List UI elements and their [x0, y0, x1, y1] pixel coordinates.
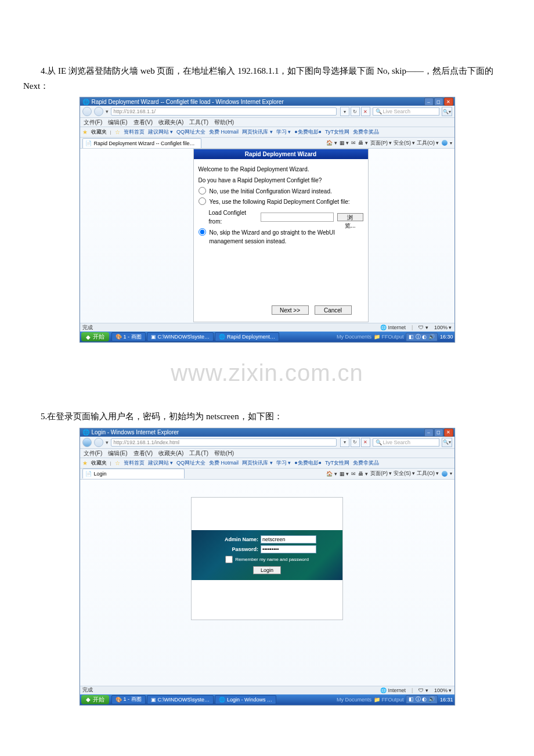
favorites-star-icon[interactable]: ★: [82, 460, 88, 466]
search-box[interactable]: 🔍 Live Search: [373, 107, 439, 116]
dropdown-icon[interactable]: ▾: [106, 440, 109, 445]
start-button[interactable]: ◆ 开始: [81, 695, 109, 704]
fav-item-4[interactable]: 网页快讯库 ▾: [242, 128, 273, 136]
fav-item-3[interactable]: 免费 Hotmail: [209, 459, 239, 467]
page-menu[interactable]: 页面(P) ▾ 安全(S) ▾ 工具(O) ▾: [370, 139, 439, 147]
fav-item-3[interactable]: 免费 Hotmail: [209, 128, 239, 136]
menu-file[interactable]: 文件(F): [84, 449, 103, 457]
browser-tab[interactable]: 📄 Rapid Deployment Wizard -- Configlet f…: [82, 138, 201, 148]
task-cmd[interactable]: ▣C:\WINDOWS\syste…: [147, 695, 214, 704]
remember-checkbox[interactable]: [225, 556, 233, 563]
address-bar[interactable]: http://192.168.1.1/: [111, 107, 337, 116]
refresh-button[interactable]: ↻: [351, 438, 360, 447]
menu-favorites[interactable]: 收藏夹(A): [158, 118, 183, 126]
fav-add-icon[interactable]: ☆: [115, 129, 120, 135]
fav-item-2[interactable]: QQ网址大全: [176, 128, 205, 136]
feeds-icon[interactable]: ▦ ▾: [340, 471, 349, 477]
task-ie[interactable]: 🌐Rapid Deployment…: [215, 332, 279, 341]
go-dropdown[interactable]: ▾: [340, 107, 349, 116]
back-button[interactable]: [82, 438, 92, 447]
minimize-button[interactable]: –: [424, 429, 434, 437]
maximize-button[interactable]: ◻: [434, 429, 443, 437]
fav-item-8[interactable]: 免费拿奖品: [353, 128, 379, 136]
fav-item-5[interactable]: 学习 ▾: [276, 459, 291, 467]
help-icon[interactable]: [442, 140, 448, 146]
command-bar: 🏠 ▾ ▦ ▾ ✉ 🖶 ▾ 页面(P) ▾ 安全(S) ▾ 工具(O) ▾ ▾: [326, 139, 452, 147]
home-icon[interactable]: 🏠 ▾: [326, 471, 337, 477]
dropdown-icon[interactable]: ▾: [106, 109, 109, 114]
zoom-level[interactable]: 100% ▾: [434, 325, 452, 330]
print-icon[interactable]: 🖶 ▾: [358, 140, 368, 146]
task-paint[interactable]: 🎨1 - 画图: [111, 332, 146, 341]
configlet-path-input[interactable]: [261, 213, 334, 222]
fav-item-7[interactable]: TyT女性网: [325, 459, 349, 467]
feeds-icon[interactable]: ▦ ▾: [340, 140, 349, 146]
stop-button[interactable]: ✕: [361, 438, 370, 447]
menu-view[interactable]: 查看(V): [134, 449, 153, 457]
menu-tools[interactable]: 工具(T): [189, 449, 208, 457]
ffoutput-link[interactable]: 📁 FFOutput: [374, 334, 404, 340]
browser-tab[interactable]: 📄 Login: [82, 469, 185, 478]
password-input[interactable]: [261, 545, 316, 553]
fav-item-8[interactable]: 免费拿奖品: [353, 459, 379, 467]
search-go-button[interactable]: 🔍▾: [442, 107, 452, 116]
admin-name-input[interactable]: [261, 535, 316, 543]
task-ie[interactable]: 🌐Login - Windows …: [215, 695, 276, 704]
ffoutput-link[interactable]: 📁 FFOutput: [374, 697, 404, 703]
search-go-button[interactable]: 🔍▾: [442, 438, 452, 447]
close-button[interactable]: ✕: [444, 98, 453, 106]
menu-edit[interactable]: 编辑(E): [108, 449, 127, 457]
option-no-iwc[interactable]: [199, 187, 206, 195]
fav-item-6[interactable]: ●免费电影●: [294, 128, 322, 136]
help-icon[interactable]: [442, 471, 448, 477]
go-dropdown[interactable]: ▾: [340, 438, 349, 447]
fav-item-0[interactable]: 资料首页: [124, 459, 145, 467]
mail-icon[interactable]: ✉: [351, 140, 356, 146]
forward-button[interactable]: [94, 107, 103, 116]
print-icon[interactable]: 🖶 ▾: [358, 471, 368, 477]
menu-favorites[interactable]: 收藏夹(A): [158, 449, 183, 457]
fav-item-4[interactable]: 网页快讯库 ▾: [242, 459, 273, 467]
fav-item-7[interactable]: TyT女性网: [325, 128, 349, 136]
zoom-level[interactable]: 100% ▾: [434, 687, 452, 693]
menu-edit[interactable]: 编辑(E): [108, 118, 127, 126]
stop-button[interactable]: ✕: [361, 107, 370, 116]
option-no-skip[interactable]: [199, 228, 206, 236]
fav-item-1[interactable]: 建议网站 ▾: [148, 459, 174, 467]
next-button[interactable]: Next >>: [272, 305, 309, 315]
home-icon[interactable]: 🏠 ▾: [326, 140, 337, 146]
maximize-button[interactable]: ◻: [434, 98, 443, 106]
fav-item-6[interactable]: ●免费电影●: [294, 459, 322, 467]
mydocuments-link[interactable]: My Documents: [337, 334, 371, 340]
menu-help[interactable]: 帮助(H): [214, 118, 234, 126]
tray-icons[interactable]: ◧ ⓘ ◐ 🔊: [406, 333, 438, 341]
task-cmd[interactable]: ▣C:\WINDOWS\syste…: [147, 332, 214, 341]
search-box[interactable]: 🔍 Live Search: [373, 438, 439, 447]
task-paint[interactable]: 🎨1 - 画图: [111, 695, 146, 704]
browse-button[interactable]: 浏览...: [337, 213, 363, 221]
close-button[interactable]: ✕: [444, 429, 453, 437]
menu-file[interactable]: 文件(F): [84, 118, 103, 126]
fav-item-1[interactable]: 建议网站 ▾: [148, 128, 174, 136]
page-menu[interactable]: 页面(P) ▾ 安全(S) ▾ 工具(O) ▾: [370, 470, 439, 477]
cancel-button[interactable]: Cancel: [315, 305, 352, 315]
minimize-button[interactable]: –: [424, 98, 434, 106]
mydocuments-link[interactable]: My Documents: [337, 697, 371, 703]
refresh-button[interactable]: ↻: [351, 107, 360, 116]
start-button[interactable]: ◆ 开始: [81, 332, 109, 341]
fav-item-2[interactable]: QQ网址大全: [176, 459, 205, 467]
address-bar[interactable]: http://192.168.1.1/index.html: [111, 438, 337, 447]
tray-icons[interactable]: ◧ ⓘ ◐ 🔊: [406, 695, 438, 704]
back-button[interactable]: [82, 107, 92, 116]
forward-button[interactable]: [94, 438, 103, 447]
fav-item-5[interactable]: 学习 ▾: [276, 128, 291, 136]
option-yes-configlet[interactable]: [199, 197, 206, 205]
fav-item-0[interactable]: 资料首页: [124, 128, 145, 136]
menu-tools[interactable]: 工具(T): [189, 118, 208, 126]
menu-view[interactable]: 查看(V): [134, 118, 153, 126]
favorites-star-icon[interactable]: ★: [82, 129, 88, 135]
login-button[interactable]: Login: [253, 566, 281, 574]
menu-help[interactable]: 帮助(H): [214, 449, 234, 457]
fav-add-icon[interactable]: ☆: [115, 460, 120, 466]
mail-icon[interactable]: ✉: [351, 471, 356, 477]
